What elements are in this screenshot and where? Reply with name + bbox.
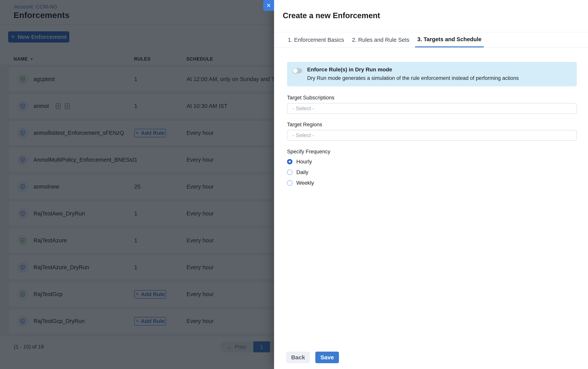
radio-selected-icon[interactable] [287,159,293,164]
specify-frequency-label: Specify Frequency [287,149,577,155]
dry-run-toggle[interactable] [293,68,302,73]
dry-run-banner: Enforce Rule(s) in Dry Run mode Dry Run … [287,62,577,86]
tab-targets-and-schedule[interactable]: 3. Targets and Schedule [415,32,484,47]
radio-label: Hourly [296,159,312,165]
save-button[interactable]: Save [315,352,339,363]
close-icon: ✕ [266,2,271,9]
dry-run-title: Enforce Rule(s) in Dry Run mode [307,67,577,73]
target-regions-label: Target Regions [287,122,577,128]
radio-label: Weekly [296,180,314,186]
radio-unselected-icon[interactable] [287,170,293,175]
panel-content: Enforce Rule(s) in Dry Run mode Dry Run … [287,48,577,187]
tab-enforcement-basics[interactable]: 1. Enforcement Basics [285,32,346,47]
radio-label: Daily [296,169,308,175]
panel-title: Create a new Enforcement [283,11,380,20]
radio-unselected-icon[interactable] [287,180,293,186]
toggle-knob-icon [293,68,298,73]
tab-rules-and-rule-sets[interactable]: 2. Rules and Rule Sets [350,32,412,47]
create-enforcement-panel: Create a new Enforcement 1. Enforcement … [274,0,588,369]
frequency-option-weekly[interactable]: Weekly [287,179,577,187]
back-button[interactable]: Back [286,352,310,363]
target-subscriptions-select[interactable]: - Select - [287,103,577,114]
frequency-option-hourly[interactable]: Hourly [287,158,577,165]
close-panel-button[interactable]: ✕ [263,0,274,11]
target-subscriptions-label: Target Subscriptions [287,95,577,101]
wizard-tabs: 1. Enforcement Basics 2. Rules and Rule … [274,32,588,48]
dry-run-description: Dry Run mode generates a simulation of t… [307,75,577,81]
frequency-option-daily[interactable]: Daily [287,169,577,176]
panel-footer: Back Save [286,352,339,363]
target-regions-select[interactable]: - Select - [287,130,577,141]
